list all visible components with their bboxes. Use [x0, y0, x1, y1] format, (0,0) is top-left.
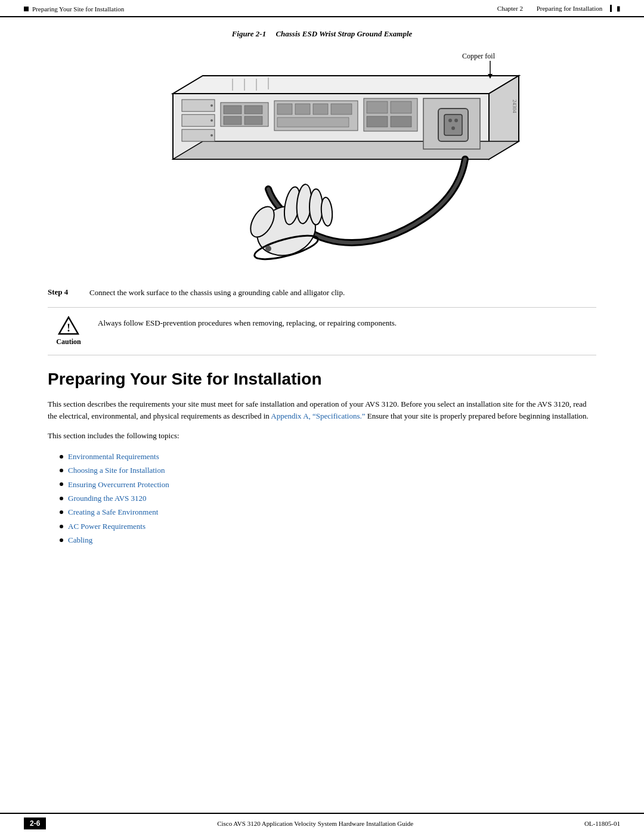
- figure-title: Chassis ESD Wrist Strap Ground Example: [275, 29, 412, 38]
- svg-point-45: [265, 246, 271, 252]
- svg-rect-14: [244, 106, 262, 114]
- list-item: Grounding the AVS 3120: [60, 491, 596, 505]
- svg-rect-21: [331, 104, 352, 114]
- copper-foil-label: Copper foil: [462, 52, 495, 81]
- svg-point-10: [210, 119, 213, 122]
- svg-rect-6: [182, 100, 215, 112]
- figure-number: Figure 2-1: [232, 29, 266, 38]
- svg-rect-24: [367, 101, 388, 113]
- bullet-dot-icon: [60, 469, 63, 472]
- list-item: AC Power Requirements: [60, 519, 596, 533]
- appendix-a-link[interactable]: Appendix A, “Specifications.”: [271, 411, 365, 420]
- paragraph-1-end: Ensure that your site is properly prepar…: [365, 411, 588, 420]
- bullet-dot-icon: [60, 455, 63, 459]
- header-right: Chapter 2 Preparing for Installation ▮: [485, 5, 620, 13]
- caution-icon-area: ! Caution: [48, 316, 89, 346]
- section-paragraph-2: This section includes the following topi…: [48, 430, 596, 442]
- list-item: Choosing a Site for Installation: [60, 463, 596, 477]
- header-section: Preparing for Installation: [537, 5, 603, 12]
- svg-rect-26: [367, 116, 388, 127]
- svg-rect-30: [444, 114, 462, 135]
- step-4-section: Step 4 Connect the work surface to the c…: [48, 287, 596, 308]
- svg-point-11: [210, 134, 213, 137]
- bullet-dot-icon: [60, 482, 63, 486]
- svg-rect-15: [224, 116, 242, 125]
- svg-rect-25: [391, 101, 411, 113]
- svg-text:!: !: [67, 322, 70, 334]
- svg-marker-1: [488, 74, 493, 79]
- page-header: Preparing Your Site for Installation Cha…: [0, 0, 644, 17]
- topics-list: Environmental RequirementsChoosing a Sit…: [60, 450, 596, 547]
- list-item: Ensuring Overcurrent Protection: [60, 478, 596, 491]
- topic-link-2[interactable]: Ensuring Overcurrent Protection: [68, 478, 169, 491]
- svg-point-43: [320, 197, 333, 226]
- footer-right-text: OL-11805-01: [584, 820, 620, 827]
- footer-page-number: 2-6: [24, 817, 46, 829]
- figure-id-text: 24304: [512, 100, 518, 113]
- header-left: Preparing Your Site for Installation: [24, 5, 124, 13]
- svg-rect-22: [277, 117, 349, 127]
- svg-point-9: [210, 104, 213, 107]
- topic-link-1[interactable]: Choosing a Site for Installation: [68, 463, 165, 477]
- topic-link-6[interactable]: Cabling: [68, 533, 92, 547]
- svg-rect-8: [182, 129, 215, 141]
- section-paragraph-1: This section describes the requirements …: [48, 398, 596, 423]
- caution-section: ! Caution Always follow ESD-prevention p…: [48, 316, 596, 355]
- svg-rect-16: [244, 116, 262, 125]
- svg-rect-20: [313, 104, 328, 114]
- svg-rect-19: [295, 104, 310, 114]
- list-item: Creating a Safe Environment: [60, 505, 596, 519]
- footer-center-text: Cisco AVS 3120 Application Velocity Syst…: [58, 820, 572, 827]
- figure-section: Figure 2-1 Chassis ESD Wrist Strap Groun…: [48, 29, 596, 275]
- topic-link-5[interactable]: AC Power Requirements: [68, 519, 145, 533]
- svg-point-33: [451, 126, 455, 130]
- bullet-dot-icon: [60, 538, 63, 542]
- header-left-text: Preparing Your Site for Installation: [32, 5, 124, 13]
- main-content: Figure 2-1 Chassis ESD Wrist Strap Groun…: [0, 17, 644, 564]
- topic-link-3[interactable]: Grounding the AVS 3120: [68, 491, 147, 505]
- svg-point-32: [454, 119, 458, 122]
- svg-rect-18: [277, 104, 292, 114]
- header-square-icon: [24, 7, 29, 11]
- caution-text: Always follow ESD-prevention procedures …: [98, 316, 397, 329]
- svg-point-42: [309, 189, 323, 225]
- caution-label: Caution: [56, 337, 80, 346]
- section-heading: Preparing Your Site for Installation: [48, 370, 596, 389]
- figure-image: Copper foil: [113, 46, 531, 272]
- svg-point-31: [448, 119, 452, 122]
- list-item: Cabling: [60, 533, 596, 547]
- step-text: Connect the work surface to the chassis …: [89, 287, 345, 299]
- bullet-dot-icon: [60, 497, 63, 500]
- svg-rect-27: [391, 116, 411, 127]
- bullet-dot-icon: [60, 510, 63, 514]
- header-bar-icon: ▮: [610, 5, 620, 12]
- svg-rect-13: [224, 106, 242, 114]
- topic-link-4[interactable]: Creating a Safe Environment: [68, 505, 158, 519]
- header-chapter: Chapter 2: [497, 5, 523, 12]
- page-footer: 2-6 Cisco AVS 3120 Application Velocity …: [0, 813, 644, 833]
- caution-triangle-icon: !: [58, 316, 79, 335]
- step-label: Step 4: [48, 287, 89, 297]
- bullet-dot-icon: [60, 525, 63, 528]
- svg-rect-7: [182, 114, 215, 126]
- list-item: Environmental Requirements: [60, 450, 596, 463]
- figure-caption: Figure 2-1 Chassis ESD Wrist Strap Groun…: [48, 29, 596, 39]
- topic-link-0[interactable]: Environmental Requirements: [68, 450, 159, 463]
